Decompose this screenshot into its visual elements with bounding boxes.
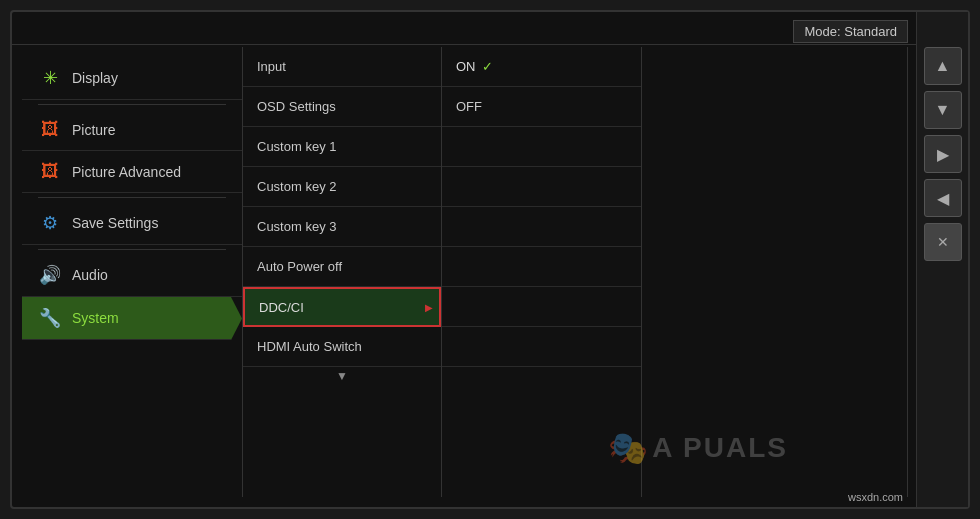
right-item-empty-4: [442, 247, 641, 287]
right-sidebar: ▲ ▼ ▶ ◀ ✕: [916, 12, 968, 507]
display-icon: ✳: [38, 67, 62, 89]
center-item-osd-settings[interactable]: OSD Settings: [243, 87, 441, 127]
scroll-down-indicator: ▼: [243, 367, 441, 385]
right-item-empty-5: [442, 287, 641, 327]
center-item-auto-power-off[interactable]: Auto Power off: [243, 247, 441, 287]
on-value-label: ON ✓: [456, 59, 493, 74]
monitor-osd-frame: Mode: Standard ▲ ▼ ▶ ◀ ✕ ✳ Display 🖼 Pic…: [10, 10, 970, 509]
center-item-custom-key-3-label: Custom key 3: [257, 219, 336, 234]
right-button[interactable]: ▶: [924, 135, 962, 173]
off-value-label: OFF: [456, 99, 482, 114]
watermark: 🎭 A PUALS: [608, 429, 788, 467]
right-item-empty-2: [442, 167, 641, 207]
checkmark-icon: ✓: [482, 59, 493, 74]
center-item-osd-settings-label: OSD Settings: [257, 99, 336, 114]
center-list: Input OSD Settings Custom key 1 Custom k…: [242, 47, 442, 497]
menu-item-display[interactable]: ✳ Display: [22, 57, 242, 100]
left-button[interactable]: ◀: [924, 179, 962, 217]
up-button[interactable]: ▲: [924, 47, 962, 85]
menu-item-save-settings[interactable]: ⚙ Save Settings: [22, 202, 242, 245]
center-item-custom-key-2[interactable]: Custom key 2: [243, 167, 441, 207]
save-settings-icon: ⚙: [38, 212, 62, 234]
center-item-input[interactable]: Input: [243, 47, 441, 87]
left-menu: ✳ Display 🖼 Picture 🖼 Picture Advanced ⚙…: [22, 47, 242, 497]
down-button[interactable]: ▼: [924, 91, 962, 129]
menu-item-system-label: System: [72, 310, 119, 326]
menu-item-picture-advanced[interactable]: 🖼 Picture Advanced: [22, 151, 242, 193]
center-item-custom-key-1[interactable]: Custom key 1: [243, 127, 441, 167]
center-item-ddc-ci-label: DDC/CI: [259, 300, 304, 315]
audio-icon: 🔊: [38, 264, 62, 286]
main-content: ✳ Display 🖼 Picture 🖼 Picture Advanced ⚙…: [22, 47, 908, 497]
right-item-empty-3: [442, 207, 641, 247]
watermark-text: A PUALS: [652, 432, 788, 464]
mode-label: Mode: Standard: [793, 20, 908, 43]
center-item-custom-key-1-label: Custom key 1: [257, 139, 336, 154]
divider-2: [38, 197, 226, 198]
menu-item-picture[interactable]: 🖼 Picture: [22, 109, 242, 151]
menu-item-audio-label: Audio: [72, 267, 108, 283]
picture-icon: 🖼: [38, 119, 62, 140]
menu-item-save-settings-label: Save Settings: [72, 215, 158, 231]
menu-item-picture-label: Picture: [72, 122, 116, 138]
center-item-hdmi-auto-switch[interactable]: HDMI Auto Switch: [243, 327, 441, 367]
center-item-custom-key-3[interactable]: Custom key 3: [243, 207, 441, 247]
center-item-auto-power-off-label: Auto Power off: [257, 259, 342, 274]
center-item-ddc-ci[interactable]: DDC/CI: [243, 287, 441, 327]
center-item-hdmi-auto-switch-label: HDMI Auto Switch: [257, 339, 362, 354]
watermark-icon: 🎭: [608, 429, 648, 467]
right-item-empty-1: [442, 127, 641, 167]
divider-1: [38, 104, 226, 105]
menu-item-picture-advanced-label: Picture Advanced: [72, 164, 181, 180]
center-item-input-label: Input: [257, 59, 286, 74]
system-icon: 🔧: [38, 307, 62, 329]
far-right-panel: 🎭 A PUALS: [642, 47, 908, 497]
picture-advanced-icon: 🖼: [38, 161, 62, 182]
close-button[interactable]: ✕: [924, 223, 962, 261]
right-item-empty-6: [442, 327, 641, 367]
menu-item-display-label: Display: [72, 70, 118, 86]
top-divider: [12, 44, 916, 45]
menu-item-system[interactable]: 🔧 System: [22, 297, 242, 340]
wsxdn-label: wsxdn.com: [848, 491, 903, 503]
divider-3: [38, 249, 226, 250]
menu-item-audio[interactable]: 🔊 Audio: [22, 254, 242, 297]
right-item-on: ON ✓: [442, 47, 641, 87]
center-item-custom-key-2-label: Custom key 2: [257, 179, 336, 194]
right-item-off: OFF: [442, 87, 641, 127]
